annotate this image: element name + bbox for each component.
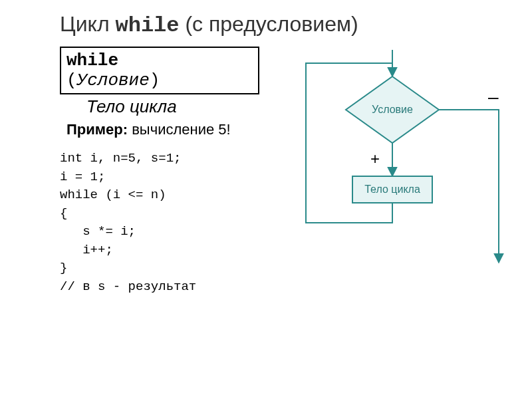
decision-label: Условие [372, 104, 413, 115]
title-suffix: (с предусловием) [179, 12, 358, 36]
code-sample: int i, n=5, s=1; i = 1; while (i <= n) {… [60, 150, 196, 296]
syntax-keyword: while [66, 51, 253, 70]
loop-body-label: Тело цикла [86, 96, 177, 117]
false-branch-label: – [488, 86, 499, 108]
body-node-label: Тело цикла [364, 184, 420, 195]
true-branch-label: + [370, 150, 380, 168]
flowchart-diagram: Условие Тело цикла [293, 47, 512, 266]
title-keyword: while [115, 13, 179, 38]
example-caption: Пример: вычисление 5! [66, 121, 231, 138]
syntax-box: while (Условие) [60, 47, 259, 94]
title-prefix: Цикл [60, 12, 115, 36]
syntax-condition: (Условие) [66, 70, 253, 90]
page-title: Цикл while (с предусловием) [0, 0, 532, 38]
